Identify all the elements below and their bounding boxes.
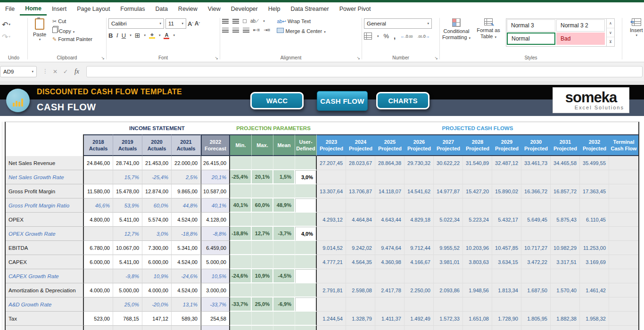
row-label[interactable]: Amortization & Depreciation: [6, 283, 84, 297]
param-mean-cell[interactable]: 48,9%: [273, 198, 295, 213]
table-cell[interactable]: 3.981,01: [434, 255, 463, 269]
table-cell[interactable]: [172, 326, 201, 330]
cell-style-normal[interactable]: Normal: [507, 33, 555, 45]
column-header-2023[interactable]: 2023Projected: [317, 134, 346, 156]
param-cell[interactable]: [273, 326, 295, 330]
italic-button[interactable]: I: [116, 32, 118, 39]
font-dialog-launcher[interactable]: ↘: [215, 56, 218, 60]
user-defined-cell[interactable]: [295, 156, 317, 170]
ribbon-tab-formulas[interactable]: Formulas: [115, 2, 150, 16]
user-defined-cell[interactable]: 4,0%: [295, 227, 317, 241]
table-cell[interactable]: 13,1%: [172, 297, 201, 312]
row-label[interactable]: Gross Profit Margin: [6, 184, 84, 198]
param-max-cell[interactable]: 20,1%: [252, 170, 273, 184]
param-max-cell[interactable]: [252, 213, 273, 227]
table-cell[interactable]: 1.728,90: [492, 312, 521, 326]
param-max-cell[interactable]: 25,0%: [252, 297, 273, 312]
table-cell[interactable]: 11.253,00: [580, 241, 609, 255]
column-header-2032[interactable]: 2032Projected: [580, 134, 609, 156]
table-cell[interactable]: [405, 269, 434, 283]
table-cell[interactable]: [434, 326, 463, 330]
table-cell[interactable]: 15.890,02: [492, 184, 521, 198]
table-cell[interactable]: 28.023,67: [346, 156, 375, 170]
table-cell[interactable]: [551, 227, 580, 241]
table-cell[interactable]: 14.118,07: [375, 184, 405, 198]
table-cell[interactable]: [492, 227, 521, 241]
param-mean-cell[interactable]: [273, 213, 295, 227]
font-family-select[interactable]: Calibri▾: [108, 18, 164, 29]
table-cell[interactable]: 1.570,40: [551, 283, 580, 297]
table-cell[interactable]: 5.411,00: [113, 213, 142, 227]
table-cell[interactable]: 1.805,95: [521, 312, 551, 326]
table-cell[interactable]: 4.293,12: [317, 213, 346, 227]
table-cell[interactable]: 13.706,87: [346, 184, 375, 198]
table-cell[interactable]: -9,8%: [113, 269, 142, 283]
column-header-2027[interactable]: 2027Projected: [434, 134, 463, 156]
table-cell[interactable]: 589,30: [172, 312, 201, 326]
table-cell[interactable]: 10.457,85: [492, 241, 521, 255]
style-gallery-scroll[interactable]: ∧∨⊻: [606, 19, 614, 46]
column-header-2021[interactable]: 2021Actuals: [172, 134, 201, 156]
param-mean-cell[interactable]: [273, 156, 295, 170]
table-cell[interactable]: [521, 170, 551, 184]
increase-decimal-icon[interactable]: ←.0.00: [400, 34, 413, 39]
accounting-format-icon[interactable]: [364, 33, 372, 40]
table-cell[interactable]: [317, 326, 346, 330]
param-max-cell[interactable]: [252, 255, 273, 269]
table-cell[interactable]: 21.453,00: [142, 156, 172, 170]
table-cell[interactable]: 1.948,56: [463, 283, 492, 297]
table-cell[interactable]: [521, 269, 551, 283]
row-label[interactable]: Net Sales Growth Rate: [6, 170, 84, 184]
formula-input[interactable]: [86, 66, 643, 77]
table-cell[interactable]: 5.000,00: [201, 255, 230, 269]
table-cell[interactable]: 4.000,00: [84, 283, 113, 297]
table-cell[interactable]: [463, 269, 492, 283]
table-cell[interactable]: 4.524,00: [172, 213, 201, 227]
param-mean-cell[interactable]: [273, 241, 295, 255]
table-cell[interactable]: 1.244,54: [317, 312, 346, 326]
param-mean-cell[interactable]: [273, 255, 295, 269]
number-dialog-launcher[interactable]: ↘: [434, 56, 438, 60]
table-cell[interactable]: 1.882,38: [551, 312, 580, 326]
ribbon-tab-developer[interactable]: Developer: [226, 2, 263, 16]
cut-button[interactable]: ✂ Cut: [52, 18, 92, 25]
ribbon-tab-data[interactable]: Data: [150, 2, 173, 16]
table-cell[interactable]: 6.000,00: [142, 255, 172, 269]
row-label[interactable]: Tax: [6, 312, 84, 326]
align-center-icon[interactable]: [232, 28, 239, 33]
param-mean-cell[interactable]: [273, 283, 295, 297]
underline-button[interactable]: U: [122, 32, 126, 39]
table-cell[interactable]: [551, 170, 580, 184]
grow-font-button[interactable]: Aˆ: [188, 20, 193, 27]
table-cell[interactable]: [521, 297, 551, 312]
table-cell[interactable]: 6.110,45: [580, 213, 609, 227]
borders-button[interactable]: ⊞: [135, 32, 140, 39]
table-cell[interactable]: [492, 326, 521, 330]
table-cell[interactable]: [346, 170, 375, 184]
ribbon-tab-review[interactable]: Review: [173, 2, 203, 16]
table-cell[interactable]: -20,0%: [142, 297, 172, 312]
table-cell[interactable]: 4.829,18: [405, 213, 434, 227]
table-cell[interactable]: 5.574,00: [142, 213, 172, 227]
table-cell[interactable]: 60,0%: [142, 198, 172, 213]
table-cell[interactable]: [317, 297, 346, 312]
alignment-dialog-launcher[interactable]: ↘: [356, 56, 360, 60]
table-cell[interactable]: [434, 198, 463, 213]
user-defined-cell[interactable]: [295, 269, 317, 283]
user-defined-cell[interactable]: [295, 213, 317, 227]
table-cell[interactable]: [580, 297, 609, 312]
table-cell[interactable]: 12.874,00: [142, 184, 172, 198]
terminal-cell[interactable]: [609, 213, 638, 227]
param-max-cell[interactable]: [252, 283, 273, 297]
table-cell[interactable]: 768,15: [113, 312, 142, 326]
table-cell[interactable]: 5.411,00: [113, 255, 142, 269]
font-color-button[interactable]: A: [164, 32, 169, 39]
terminal-cell[interactable]: [609, 255, 638, 269]
table-cell[interactable]: [84, 269, 113, 283]
user-defined-cell[interactable]: [295, 297, 317, 312]
paste-button[interactable]: Paste ▾: [30, 18, 50, 42]
align-top-icon[interactable]: [222, 19, 229, 24]
table-cell[interactable]: [201, 326, 230, 330]
table-cell[interactable]: [434, 269, 463, 283]
table-cell[interactable]: [463, 326, 492, 330]
